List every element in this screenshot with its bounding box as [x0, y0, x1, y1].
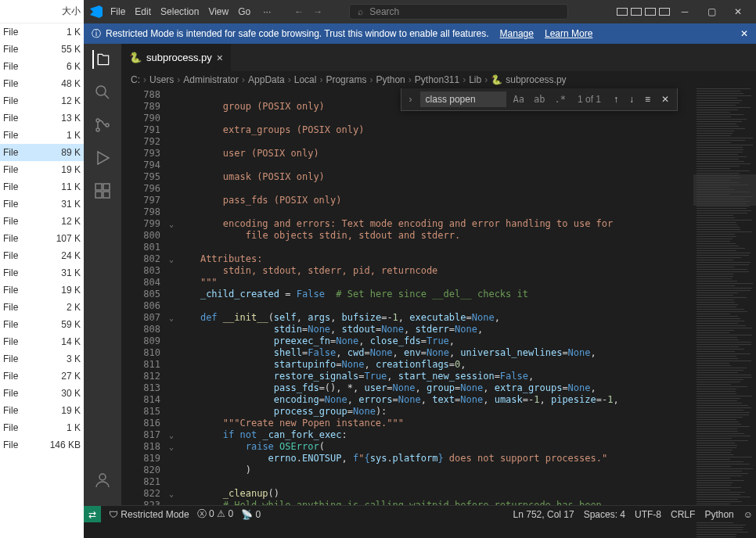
explorer-row[interactable]: File31 K	[0, 264, 84, 282]
explorer-row[interactable]: File146 KB	[0, 436, 84, 454]
find-prev-icon[interactable]: ↑	[610, 94, 621, 105]
account-icon[interactable]	[93, 471, 112, 490]
layout-icon-2[interactable]	[631, 8, 642, 16]
explorer-row[interactable]: File6 K	[0, 58, 84, 75]
find-toggle-replace-icon[interactable]: ›	[406, 94, 416, 105]
explorer-row[interactable]: File31 K	[0, 195, 84, 213]
explorer-row[interactable]: File59 K	[0, 316, 84, 333]
svg-point-8	[99, 474, 106, 480]
svg-point-1	[96, 119, 99, 122]
banner-close-icon[interactable]: ✕	[740, 28, 748, 39]
eol-status[interactable]: CRLF	[671, 509, 695, 520]
svg-rect-4	[95, 184, 102, 190]
minimize-button[interactable]: ─	[673, 6, 697, 17]
fold-gutter[interactable]: ⌄⌄⌄⌄⌄⌄	[165, 88, 178, 522]
explorer-row[interactable]: File11 K	[0, 178, 84, 195]
extensions-icon[interactable]	[93, 181, 112, 200]
tab-subprocess[interactable]: 🐍 subprocess.py ×	[121, 44, 232, 71]
run-debug-icon[interactable]	[93, 149, 112, 167]
source-control-icon[interactable]	[93, 116, 112, 134]
restricted-mode-status[interactable]: 🛡 Restricted Mode	[109, 509, 189, 520]
encoding-status[interactable]: UTF-8	[635, 509, 661, 520]
language-status[interactable]: Python	[704, 509, 733, 520]
layout-icon-3[interactable]	[645, 8, 656, 16]
ports-status[interactable]: 📡 0	[241, 509, 261, 520]
find-close-icon[interactable]: ✕	[658, 94, 672, 105]
svg-rect-7	[103, 192, 110, 198]
explorer-row[interactable]: File1 K	[0, 127, 84, 144]
explorer-row[interactable]: File1 K	[0, 23, 84, 41]
explorer-row[interactable]: File2 K	[0, 299, 84, 316]
match-case-icon[interactable]: Aa	[511, 94, 527, 105]
info-icon: ⓘ	[92, 27, 101, 41]
search-icon: ⌕	[358, 6, 363, 17]
explorer-row[interactable]: File3 K	[0, 350, 84, 368]
explorer-row[interactable]: File12 K	[0, 92, 84, 109]
nav-forward-icon[interactable]: →	[313, 6, 322, 17]
explorer-row[interactable]: File24 K	[0, 247, 84, 264]
explorer-row[interactable]: File55 K	[0, 41, 84, 58]
remote-indicator[interactable]: ⇄	[84, 506, 101, 522]
explorer-row[interactable]: File48 K	[0, 75, 84, 92]
tab-close-icon[interactable]: ×	[217, 52, 223, 64]
breadcrumb-segment[interactable]: subprocess.py	[506, 74, 566, 85]
menu-view[interactable]: View	[203, 3, 233, 20]
svg-rect-5	[103, 184, 110, 190]
explorer-row[interactable]: File27 K	[0, 368, 84, 385]
search-icon[interactable]	[93, 83, 112, 102]
vscode-window: FileEditSelectionViewGo ··· ← → ⌕ Search…	[84, 0, 756, 522]
explorer-row[interactable]: File14 K	[0, 333, 84, 350]
breadcrumb-segment[interactable]: Users	[149, 74, 174, 85]
breadcrumb-segment[interactable]: C:	[131, 74, 140, 85]
problems-status[interactable]: ⓧ 0 ⚠ 0	[197, 508, 233, 521]
title-bar: FileEditSelectionViewGo ··· ← → ⌕ Search…	[84, 0, 756, 23]
code-content[interactable]: group (POSIX only) extra_groups (POSIX o…	[178, 88, 693, 522]
explorer-row[interactable]: File30 K	[0, 385, 84, 402]
regex-icon[interactable]: .*	[553, 94, 568, 105]
explorer-background: 大小 File1 KFile55 KFile6 KFile48 KFile12 …	[0, 0, 84, 538]
find-input[interactable]	[420, 91, 506, 107]
explorer-icon[interactable]	[92, 50, 111, 69]
breadcrumb-segment[interactable]: Local	[294, 74, 317, 85]
whole-word-icon[interactable]: ab	[531, 94, 547, 105]
explorer-row[interactable]: File13 K	[0, 109, 84, 127]
explorer-row[interactable]: File19 K	[0, 282, 84, 299]
close-button[interactable]: ✕	[726, 6, 750, 17]
learn-more-link[interactable]: Learn More	[545, 28, 592, 39]
manage-link[interactable]: Manage	[500, 28, 534, 39]
explorer-row[interactable]: File19 K	[0, 161, 84, 178]
indentation-status[interactable]: Spaces: 4	[584, 509, 625, 520]
nav-back-icon[interactable]: ←	[294, 6, 304, 17]
breadcrumb-segment[interactable]: Administrator	[183, 74, 239, 85]
find-next-icon[interactable]: ↓	[626, 94, 637, 105]
editor-area[interactable]: 7887897907917927937947957967977987998008…	[121, 88, 756, 522]
breadcrumb-segment[interactable]: Lib	[469, 74, 481, 85]
maximize-button[interactable]: ▢	[700, 6, 723, 17]
explorer-row[interactable]: File1 K	[0, 419, 84, 436]
breadcrumb-segment[interactable]: AppData	[248, 74, 285, 85]
minimap[interactable]	[693, 88, 756, 522]
title-search[interactable]: ⌕ Search	[349, 4, 568, 20]
explorer-row[interactable]: File107 K	[0, 230, 84, 247]
menu-go[interactable]: Go	[233, 3, 255, 20]
breadcrumb-segment[interactable]: Programs	[326, 74, 366, 85]
find-selection-icon[interactable]: ≡	[642, 94, 653, 105]
menu-file[interactable]: File	[106, 3, 130, 20]
explorer-row[interactable]: File12 K	[0, 213, 84, 230]
find-count: 1 of 1	[578, 94, 601, 105]
breadcrumbs[interactable]: C:›Users›Administrator›AppData›Local›Pro…	[121, 71, 756, 88]
explorer-row[interactable]: File89 K	[0, 144, 84, 161]
layout-icon-1[interactable]	[617, 8, 628, 16]
restricted-mode-banner: ⓘ Restricted Mode is intended for safe c…	[84, 23, 756, 44]
breadcrumb-segment[interactable]: Python	[376, 74, 405, 85]
feedback-icon[interactable]: ☺	[743, 509, 753, 520]
activity-bar: 1	[84, 44, 121, 522]
menu-selection[interactable]: Selection	[156, 3, 203, 20]
breadcrumb-segment[interactable]: Python311	[415, 74, 459, 85]
layout-icon-4[interactable]	[659, 8, 670, 16]
explorer-row[interactable]: File19 K	[0, 402, 84, 419]
cursor-position[interactable]: Ln 752, Col 17	[513, 509, 574, 520]
menu-more[interactable]: ···	[258, 3, 275, 20]
editor-tabs: 🐍 subprocess.py ×	[121, 44, 756, 71]
menu-edit[interactable]: Edit	[130, 3, 156, 20]
